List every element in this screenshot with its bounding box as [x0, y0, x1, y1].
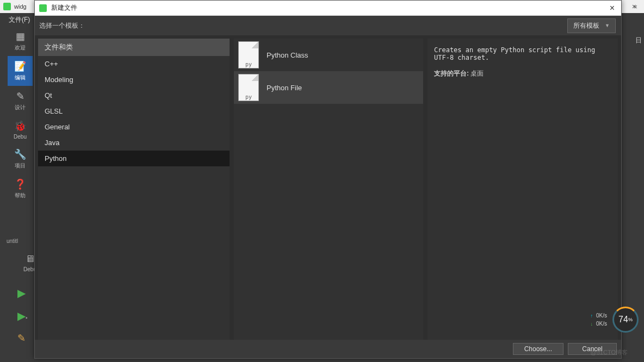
qt-app-icon [3, 3, 11, 10]
untitled-label: untitl [7, 238, 18, 244]
template-python-file[interactable]: py Python File [234, 71, 423, 104]
chevron-down-icon: ▼ [605, 23, 610, 28]
template-filter-dropdown[interactable]: 所有模板 ▼ [567, 18, 616, 33]
usage-circle: 74% [612, 307, 639, 333]
right-tab[interactable]: 日 [633, 34, 644, 47]
sidebar-help[interactable]: ❓帮助 [8, 174, 33, 204]
file-icon: py [238, 74, 259, 101]
upload-speed: 0K/s [596, 313, 607, 319]
category-modeling[interactable]: Modeling [38, 72, 230, 88]
choose-button[interactable]: Choose... [513, 343, 564, 355]
sidebar-edit[interactable]: 📝编辑 [8, 56, 33, 86]
sidebar-design[interactable]: ✎设计 [8, 86, 33, 116]
choose-template-label: 选择一个模板： [39, 21, 85, 30]
template-description: Creates an empty Python script file usin… [434, 46, 611, 61]
category-cpp[interactable]: C++ [38, 56, 230, 72]
template-python-class[interactable]: py Python Class [234, 39, 423, 71]
app-title: widg [14, 3, 27, 10]
dialog-close-icon[interactable]: × [608, 3, 617, 13]
category-glsl[interactable]: GLSL [38, 103, 230, 119]
template-label: Python File [267, 84, 302, 92]
category-python[interactable]: Python [38, 151, 230, 166]
category-panel: 文件和类 C++ Modeling Qt GLSL General Java P… [38, 39, 230, 340]
arrow-down-icon: ↓ [590, 321, 593, 327]
dialog-title: 新建文件 [51, 3, 77, 13]
download-speed: 0K/s [596, 321, 607, 327]
bg-outer-close[interactable]: × [632, 2, 636, 11]
file-icon: py [238, 41, 259, 68]
category-files-and-classes[interactable]: 文件和类 [38, 39, 230, 56]
new-file-dialog: 新建文件 × 选择一个模板： 所有模板 ▼ 文件和类 C++ Modeling … [34, 0, 622, 359]
category-java[interactable]: Java [38, 135, 230, 151]
platform-label: 支持的平台: [434, 70, 469, 77]
dialog-qt-icon [39, 4, 47, 12]
template-label: Python Class [267, 51, 308, 59]
template-panel: py Python Class py Python File [234, 39, 423, 340]
sidebar-welcome[interactable]: ▦欢迎 [8, 26, 33, 56]
category-qt[interactable]: Qt [38, 88, 230, 103]
category-general[interactable]: General [38, 119, 230, 135]
platform-value: 桌面 [470, 70, 484, 77]
description-panel: Creates an empty Python script file usin… [428, 39, 618, 340]
watermark: @51CTO博客 [591, 348, 628, 357]
sidebar-project[interactable]: 🔧项目 [8, 144, 33, 174]
arrow-up-icon: ↑ [590, 313, 593, 319]
sidebar-debug[interactable]: 🐞Debu [8, 116, 33, 144]
menu-file[interactable]: 文件(F) [9, 16, 30, 23]
network-widget[interactable]: ↑0K/s ↓0K/s 74% [590, 307, 639, 333]
